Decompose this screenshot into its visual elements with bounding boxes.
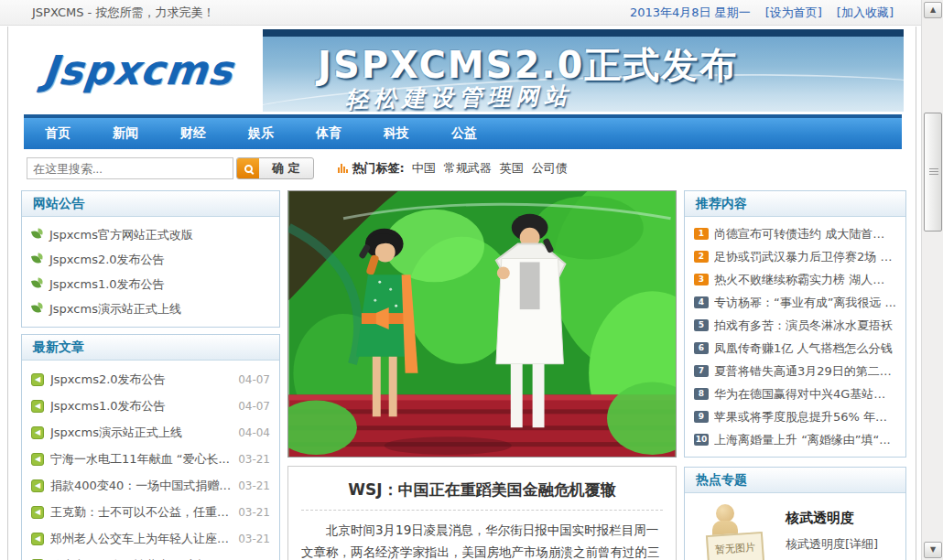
horn-icon: ◀ (31, 479, 44, 492)
horn-icon: ◀ (31, 426, 44, 439)
recommended-item[interactable]: 2 足协或罚武汉暴力后卫停赛2场 格隆... (694, 245, 896, 268)
site-logo[interactable]: Jspxcms (40, 47, 235, 93)
article-list-item[interactable]: ◀ Jspxcms1.0发布公告 04-07 (31, 393, 270, 419)
rank-badge: 8 (694, 388, 709, 400)
recommended-item[interactable]: 9 苹果或将季度股息提升56% 年股息将... (694, 405, 896, 428)
page-container: Jspxcms JSPXCMS2.0正式发布 轻松建设管理网站 首页 新闻 财经… (7, 27, 916, 560)
rank-badge: 3 (694, 274, 709, 285)
set-homepage-link[interactable]: [设为首页] (765, 5, 822, 21)
horn-icon: ◀ (31, 533, 44, 545)
leaf-icon (31, 229, 43, 241)
leaf-icon (31, 278, 43, 290)
scroll-down-button[interactable]: ▼ (924, 542, 942, 558)
tag-link[interactable]: 英国 (500, 160, 524, 177)
search-row: 确 定 热门标签: 中国 常规武器 英国 公司债 (27, 156, 916, 180)
tag-link[interactable]: 常规武器 (444, 160, 492, 177)
right-column: 推荐内容 1 尚德宣布可转债违约 成大陆首家公... 2 足协或罚武汉暴力后卫停… (684, 190, 906, 560)
rank-badge: 2 (694, 251, 709, 263)
recommended-title: 推荐内容 (685, 191, 905, 217)
recommended-item[interactable]: 10 上海离婚量上升 “离婚缘由”填“... (694, 428, 896, 451)
recommended-box: 推荐内容 1 尚德宣布可转债违约 成大陆首家公... 2 足协或罚武汉暴力后卫停… (684, 190, 906, 458)
article-list-item[interactable]: ◀ Jspxcms2.0发布公告 04-07 (31, 366, 270, 393)
nav-item-tech[interactable]: 科技 (363, 125, 430, 142)
nav-item-home[interactable]: 首页 (24, 125, 92, 142)
left-column: 网站公告 Jspxcms官方网站正式改版 Jspxcms2.0发布公告 Jspx… (21, 190, 280, 560)
featured-article: WSJ：中国正在重蹈美国金融危机覆辙 北京时间3月19日凌晨消息，华尔街日报中国… (287, 466, 677, 560)
announcement-item[interactable]: Jspxcms1.0发布公告 (31, 272, 270, 296)
horn-icon: ◀ (31, 453, 44, 466)
search-submit-button[interactable]: 确 定 (236, 157, 314, 179)
recommended-item[interactable]: 6 凤凰传奇赚1亿 人气搭档怎么分钱 (694, 337, 896, 360)
current-date: 2013年4月8日 星期一 (630, 5, 751, 21)
rank-badge: 1 (694, 228, 709, 240)
announcement-item[interactable]: Jspxcms官方网站正式改版 (31, 222, 270, 247)
topic-summary[interactable]: 核武透明度[详细] (786, 536, 878, 553)
hot-topic-box: 热点专题 暂无图片 核武透明度 核武透明度[详细] (684, 467, 906, 560)
nav-item-entertainment[interactable]: 娱乐 (227, 125, 295, 142)
hot-topic-title: 热点专题 (685, 468, 905, 493)
horn-icon: ◀ (31, 400, 44, 413)
tag-link[interactable]: 公司债 (532, 160, 568, 177)
banner-subtitle: 轻松建设管理网站 (345, 81, 573, 112)
search-input[interactable] (27, 157, 233, 179)
announcements-box: 网站公告 Jspxcms官方网站正式改版 Jspxcms2.0发布公告 Jspx… (21, 190, 280, 328)
rank-badge: 9 (694, 411, 709, 423)
article-list-item[interactable]: ◀ 郑州老人公交车上为年轻人让座 2... 03-21 (31, 525, 270, 552)
page-scrollbar[interactable]: ▲ ▼ (921, 0, 943, 560)
site-header: Jspxcms JSPXCMS2.0正式发布 轻松建设管理网站 (8, 27, 916, 114)
main-photo[interactable] (287, 190, 677, 458)
article-list-item[interactable]: ◀ 传中兴管理人员被蒙古国反贪局逮... 03-19 (31, 552, 270, 560)
scrollbar-thumb[interactable] (924, 113, 942, 232)
leaf-icon (31, 303, 43, 315)
article-list-item[interactable]: ◀ 宁海一水电工11年献血 “爱心长... 03-21 (31, 446, 270, 472)
recommended-item[interactable]: 1 尚德宣布可转债违约 成大陆首家公... (694, 222, 896, 245)
article-list-item[interactable]: ◀ Jspxcms演示站正式上线 04-04 (31, 419, 270, 446)
topic-headline[interactable]: 核武透明度 (786, 510, 878, 527)
nav-item-finance[interactable]: 财经 (159, 125, 227, 142)
nav-item-charity[interactable]: 公益 (430, 125, 498, 142)
signal-bars-icon (338, 164, 348, 173)
recommended-item[interactable]: 4 专访杨幂：“事业有成”离我很远 ... (694, 291, 896, 314)
rank-badge: 10 (694, 434, 709, 446)
article-list-item[interactable]: ◀ 王克勤：士不可以不公益，任重而... 03-21 (31, 499, 270, 525)
leaf-icon (31, 253, 43, 265)
search-icon (237, 157, 259, 179)
announcement-item[interactable]: Jspxcms2.0发布公告 (31, 247, 270, 272)
hot-tags-label: 热门标签: (352, 160, 405, 177)
horn-icon: ◀ (31, 506, 44, 519)
latest-articles-box: 最新文章 ◀ Jspxcms2.0发布公告 04-07 ◀ Jspxcms1.0… (21, 334, 280, 560)
recommended-item[interactable]: 8 华为在德国赢得对中兴4G基站专利诉讼 (694, 382, 896, 405)
announcement-item[interactable]: Jspxcms演示站正式上线 (31, 296, 270, 321)
no-image-placeholder[interactable]: 暂无图片 (692, 502, 773, 560)
content-columns: 网站公告 Jspxcms官方网站正式改版 Jspxcms2.0发布公告 Jspx… (21, 190, 910, 560)
hot-tags: 热门标签: 中国 常规武器 英国 公司债 (338, 160, 576, 177)
center-column: WSJ：中国正在重蹈美国金融危机覆辙 北京时间3月19日凌晨消息，华尔街日报中国… (287, 190, 677, 560)
recommended-item[interactable]: 5 拍戏有多苦：演员冬淋冰水夏捂袄 (694, 314, 896, 337)
recommended-item[interactable]: 3 热火不败继续称霸实力榜 湖人升至... (694, 268, 896, 291)
article-list-item[interactable]: ◀ 捐款400变40：一场中国式捐赠引... 03-21 (31, 472, 270, 499)
latest-articles-title: 最新文章 (22, 335, 279, 361)
announcements-title: 网站公告 (22, 191, 279, 217)
article-title[interactable]: WSJ：中国正在重蹈美国金融危机覆辙 (301, 476, 663, 511)
nav-item-news[interactable]: 新闻 (92, 125, 159, 142)
rank-badge: 7 (694, 365, 709, 377)
nav-item-sports[interactable]: 体育 (295, 125, 363, 142)
article-excerpt: 北京时间3月19日凌晨消息，华尔街日报中国实时报栏目周一文章称，两名经济学家指出… (301, 519, 663, 560)
recommended-item[interactable]: 7 夏普将错失高通3月29日的第二轮投资 (694, 360, 896, 382)
site-slogan: JSPXCMS - 按您所需，力求完美！ (32, 5, 214, 21)
horn-icon: ◀ (31, 373, 44, 386)
tag-link[interactable]: 中国 (412, 160, 436, 177)
rank-badge: 4 (694, 296, 709, 308)
add-favorite-link[interactable]: [加入收藏] (837, 5, 894, 21)
scroll-up-button[interactable]: ▲ (924, 2, 942, 18)
rank-badge: 5 (694, 319, 709, 331)
promo-banner[interactable]: JSPXCMS2.0正式发布 轻松建设管理网站 (263, 29, 904, 112)
top-bar: JSPXCMS - 按您所需，力求完美！ 2013年4月8日 星期一 [设为首页… (0, 0, 921, 26)
main-nav: 首页 新闻 财经 娱乐 体育 科技 公益 (24, 114, 902, 149)
rank-badge: 6 (694, 342, 709, 354)
no-image-label: 暂无图片 (706, 532, 764, 560)
